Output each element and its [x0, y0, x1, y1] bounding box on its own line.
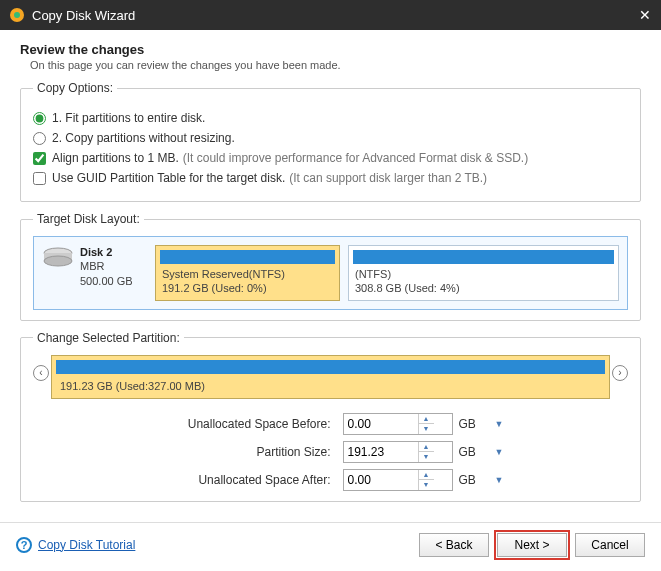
unit-dropdown-icon[interactable]: ▼: [495, 475, 515, 485]
footer: ? Copy Disk Tutorial < Back Next > Cance…: [0, 522, 661, 569]
page-title: Review the changes: [20, 42, 641, 57]
back-button[interactable]: < Back: [419, 533, 489, 557]
change-partition-legend: Change Selected Partition:: [33, 331, 184, 345]
radio-no-resize-label: 2. Copy partitions without resizing.: [52, 131, 235, 145]
page-subtitle: On this page you can review the changes …: [30, 59, 641, 71]
checkbox-guid-hint: (It can support disk larger than 2 TB.): [289, 171, 487, 185]
change-partition-group: Change Selected Partition: ‹ 191.23 GB (…: [20, 331, 641, 502]
spinner-down-icon[interactable]: ▼: [418, 480, 434, 490]
spinner-up-icon[interactable]: ▲: [418, 442, 434, 453]
checkbox-align[interactable]: [33, 152, 46, 165]
input-partition-size[interactable]: [344, 442, 418, 462]
checkbox-guid-label: Use GUID Partition Table for the target …: [52, 171, 285, 185]
page-header: Review the changes On this page you can …: [0, 30, 661, 81]
chevron-left-icon: ‹: [39, 367, 42, 378]
unit-gb: GB: [459, 417, 489, 431]
partition-ntfs[interactable]: (NTFS) 308.8 GB (Used: 4%): [348, 245, 619, 301]
input-space-before-box: ▲▼: [343, 413, 453, 435]
partition-title: System Reserved(NTFS): [162, 268, 333, 282]
selected-partition-detail: 191.23 GB (Used:327.00 MB): [52, 378, 609, 398]
spinner-down-icon[interactable]: ▼: [418, 424, 434, 434]
close-icon[interactable]: ✕: [637, 7, 653, 23]
checkbox-align-label: Align partitions to 1 MB.: [52, 151, 179, 165]
app-icon: [8, 6, 26, 24]
checkbox-guid[interactable]: [33, 172, 46, 185]
svg-point-1: [14, 12, 20, 18]
svg-point-4: [44, 256, 72, 266]
unit-gb: GB: [459, 445, 489, 459]
chevron-right-icon: ›: [618, 367, 621, 378]
label-space-after: Unallocated Space After:: [147, 473, 337, 487]
partition-title: (NTFS): [355, 268, 612, 282]
disk-size: 500.00 GB: [80, 274, 133, 288]
help-icon: ?: [16, 537, 32, 553]
disk-name: Disk 2: [80, 245, 133, 259]
move-right-button[interactable]: ›: [612, 365, 628, 381]
input-space-after[interactable]: [344, 470, 418, 490]
partition-detail: 308.8 GB (Used: 4%): [355, 282, 612, 296]
target-layout-legend: Target Disk Layout:: [33, 212, 144, 226]
radio-no-resize[interactable]: [33, 132, 46, 145]
spinner-down-icon[interactable]: ▼: [418, 452, 434, 462]
window-title: Copy Disk Wizard: [32, 8, 637, 23]
move-left-button[interactable]: ‹: [33, 365, 49, 381]
next-button[interactable]: Next >: [497, 533, 567, 557]
disk-icon: [42, 245, 74, 301]
cancel-button[interactable]: Cancel: [575, 533, 645, 557]
tutorial-link[interactable]: Copy Disk Tutorial: [38, 538, 135, 552]
input-partition-size-box: ▲▼: [343, 441, 453, 463]
titlebar: Copy Disk Wizard ✕: [0, 0, 661, 30]
label-space-before: Unallocated Space Before:: [147, 417, 337, 431]
disk-layout-box: Disk 2 MBR 500.00 GB System Reserved(NTF…: [33, 236, 628, 310]
partition-detail: 191.2 GB (Used: 0%): [162, 282, 333, 296]
spinner-up-icon[interactable]: ▲: [418, 414, 434, 425]
checkbox-align-hint: (It could improve performance for Advanc…: [183, 151, 528, 165]
unit-dropdown-icon[interactable]: ▼: [495, 447, 515, 457]
input-space-after-box: ▲▼: [343, 469, 453, 491]
partition-system-reserved[interactable]: System Reserved(NTFS) 191.2 GB (Used: 0%…: [155, 245, 340, 301]
copy-options-group: Copy Options: 1. Fit partitions to entir…: [20, 81, 641, 202]
selected-partition[interactable]: 191.23 GB (Used:327.00 MB): [51, 355, 610, 399]
label-partition-size: Partition Size:: [147, 445, 337, 459]
unit-dropdown-icon[interactable]: ▼: [495, 419, 515, 429]
radio-fit-partitions[interactable]: [33, 112, 46, 125]
copy-options-legend: Copy Options:: [33, 81, 117, 95]
target-layout-group: Target Disk Layout: Disk 2 MBR 500.00 GB…: [20, 212, 641, 321]
disk-meta: Disk 2 MBR 500.00 GB: [80, 245, 133, 301]
unit-gb: GB: [459, 473, 489, 487]
disk-type: MBR: [80, 259, 133, 273]
input-space-before[interactable]: [344, 414, 418, 434]
radio-fit-label: 1. Fit partitions to entire disk.: [52, 111, 205, 125]
spinner-up-icon[interactable]: ▲: [418, 470, 434, 481]
